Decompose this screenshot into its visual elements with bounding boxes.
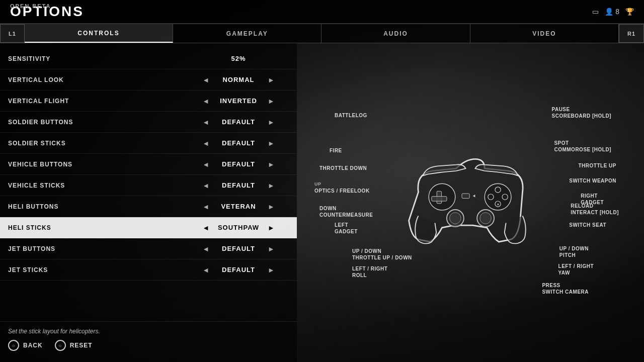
setting-label-soldier-buttons: SOLDIER BUTTONS: [8, 119, 188, 126]
setting-row-jet-sticks[interactable]: JET STICKS ◄ DEFAULT ►: [0, 259, 297, 281]
arrow-left-soldier-sticks[interactable]: ◄: [202, 139, 209, 147]
arrow-left-vehicle-sticks[interactable]: ◄: [202, 182, 209, 190]
setting-row-vehicle-buttons[interactable]: VEHICLE BUTTONS ◄ DEFAULT ►: [0, 154, 297, 175]
tab-video[interactable]: VIDEO: [470, 24, 619, 43]
arrow-right-soldier-sticks[interactable]: ►: [268, 139, 275, 147]
setting-row-vertical-look[interactable]: VERTICAL LOOK ◄ NORMAL ►: [0, 69, 297, 90]
footer: Set the stick layout for helicopters. ○ …: [0, 321, 297, 357]
tab-l1-trigger[interactable]: L1: [0, 24, 25, 43]
arrow-right-heli-sticks[interactable]: ►: [268, 224, 275, 232]
label-throttle-up: THROTTLE UP: [579, 162, 617, 169]
arrow-left-vertical-flight[interactable]: ◄: [202, 97, 209, 105]
setting-control-sensitivity: 52%: [188, 55, 289, 62]
label-left-right-roll: Left / Right ROLL: [352, 265, 387, 279]
setting-value-heli-buttons: VETERAN: [213, 203, 264, 210]
label-left-right-yaw: Left / Right YAW: [558, 263, 594, 276]
arrow-right-heli-buttons[interactable]: ►: [268, 203, 275, 211]
arrow-right-vertical-look[interactable]: ►: [268, 76, 275, 84]
setting-control-jet-buttons: ◄ DEFAULT ►: [188, 245, 289, 253]
setting-value-soldier-sticks: DEFAULT: [213, 139, 264, 147]
setting-value-heli-sticks: SOUTHPAW: [213, 224, 264, 231]
arrow-right-vehicle-sticks[interactable]: ►: [268, 182, 275, 190]
setting-row-heli-buttons[interactable]: HELI BUTTONS ◄ VETERAN ►: [0, 196, 297, 217]
header-icons: ▭ 👤 8 🏆: [592, 8, 634, 16]
svg-point-12: [450, 213, 461, 224]
arrow-right-vertical-flight[interactable]: ►: [268, 97, 275, 105]
left-panel: SENSITIVITY 52% VERTICAL LOOK ◄ NORMAL ►: [0, 43, 297, 362]
tab-r1-trigger[interactable]: R1: [619, 24, 644, 43]
tab-gameplay[interactable]: GAMEPLAY: [173, 24, 321, 43]
setting-row-soldier-sticks[interactable]: SOLDIER STICKS ◄ DEFAULT ►: [0, 133, 297, 154]
tabs-bar: L1 CONTROLS GAMEPLAY AUDIO VIDEO R1: [0, 24, 644, 43]
back-button[interactable]: ○ BACK: [8, 340, 43, 351]
setting-label-jet-sticks: JET STICKS: [8, 266, 188, 274]
header: OPTIONS ▭ 👤 8 🏆: [0, 0, 644, 24]
svg-rect-2: [432, 197, 447, 201]
back-label: BACK: [23, 342, 43, 349]
label-switch-camera: Press SWITCH CAMERA: [542, 282, 589, 295]
setting-value-vertical-look: NORMAL: [213, 76, 264, 83]
label-optics-freelook: Up OPTICS / FREELOOK: [314, 182, 370, 194]
setting-value-vertical-flight: INVERTED: [213, 97, 264, 105]
setting-label-vertical-flight: VERTICAL FLIGHT: [8, 98, 188, 105]
setting-value-sensitivity: 52%: [213, 55, 264, 62]
arrow-right-soldier-buttons[interactable]: ►: [268, 118, 275, 126]
label-up-down-pitch: Up / Down PITCH: [559, 245, 589, 258]
label-reload-interact: RELOAD INTERACT [HOLD]: [571, 203, 619, 216]
setting-label-heli-sticks: HELI STICKS: [8, 224, 188, 231]
main-content: SENSITIVITY 52% VERTICAL LOOK ◄ NORMAL ►: [0, 43, 644, 362]
arrow-left-jet-buttons[interactable]: ◄: [202, 245, 209, 253]
setting-row-jet-buttons[interactable]: JET BUTTONS ◄ DEFAULT ►: [0, 238, 297, 259]
setting-control-heli-sticks: ◄ SOUTHPAW ►: [188, 224, 289, 232]
back-icon: ○: [8, 340, 19, 351]
setting-control-vehicle-sticks: ◄ DEFAULT ►: [188, 182, 289, 190]
label-spot-commorose: SPOT COMMOROSE [HOLD]: [554, 140, 611, 153]
controller-svg-wrapper: ×: [390, 141, 551, 264]
arrow-left-jet-sticks[interactable]: ◄: [202, 266, 209, 274]
arrow-left-vertical-look[interactable]: ◄: [202, 76, 209, 84]
help-text: Set the stick layout for helicopters.: [8, 328, 289, 335]
arrow-right-jet-buttons[interactable]: ►: [268, 245, 275, 253]
label-left-gadget: Left GADGET: [335, 222, 358, 235]
label-pause-scoreboard: PAUSE SCOREBOARD [HOLD]: [552, 106, 612, 119]
battery-icon: ▭: [592, 8, 599, 16]
controller-svg: ×: [390, 141, 551, 262]
tab-controls[interactable]: CONTROLS: [25, 24, 173, 43]
setting-label-vertical-look: VERTICAL LOOK: [8, 76, 188, 83]
setting-value-vehicle-buttons: DEFAULT: [213, 160, 264, 168]
setting-label-vehicle-sticks: VEHICLE STICKS: [8, 182, 188, 189]
setting-row-sensitivity[interactable]: SENSITIVITY 52%: [0, 48, 297, 69]
arrow-left-heli-sticks[interactable]: ◄: [202, 224, 209, 232]
setting-row-heli-sticks[interactable]: HELI STICKS ◄ SOUTHPAW ►: [0, 217, 297, 238]
right-panel: ×: [297, 43, 644, 362]
open-beta-badge: OPEN BETA: [10, 3, 51, 9]
setting-row-vertical-flight[interactable]: VERTICAL FLIGHT ◄ INVERTED ►: [0, 90, 297, 112]
arrow-right-vehicle-buttons[interactable]: ►: [268, 160, 275, 168]
tab-audio[interactable]: AUDIO: [321, 24, 470, 43]
setting-control-vertical-look: ◄ NORMAL ►: [188, 76, 289, 84]
setting-control-jet-sticks: ◄ DEFAULT ►: [188, 266, 289, 274]
label-battlelog: BATTLELOG: [335, 112, 367, 119]
footer-buttons: ○ BACK ○ RESET: [8, 340, 289, 351]
setting-value-jet-sticks: DEFAULT: [213, 266, 264, 274]
arrow-left-vehicle-buttons[interactable]: ◄: [202, 160, 209, 168]
arrow-right-jet-sticks[interactable]: ►: [268, 266, 275, 274]
setting-row-soldier-buttons[interactable]: SOLDIER BUTTONS ◄ DEFAULT ►: [0, 112, 297, 133]
setting-label-heli-buttons: HELI BUTTONS: [8, 203, 188, 210]
svg-point-14: [480, 213, 492, 224]
label-throttle-up-down: Up / Down THROTTLE UP / DOWN: [352, 248, 412, 261]
label-switch-seat: SWITCH SEAT: [569, 222, 606, 228]
arrow-left-heli-buttons[interactable]: ◄: [202, 203, 209, 211]
setting-label-soldier-sticks: SOLDIER STICKS: [8, 140, 188, 147]
setting-control-soldier-sticks: ◄ DEFAULT ►: [188, 139, 289, 147]
arrow-left-soldier-buttons[interactable]: ◄: [202, 118, 209, 126]
label-fire: FIRE: [330, 147, 342, 154]
setting-row-vehicle-sticks[interactable]: VEHICLE STICKS ◄ DEFAULT ►: [0, 175, 297, 196]
reset-button[interactable]: ○ RESET: [55, 340, 93, 351]
setting-control-soldier-buttons: ◄ DEFAULT ►: [188, 118, 289, 126]
setting-label-vehicle-buttons: VEHICLE BUTTONS: [8, 161, 188, 168]
reset-icon: ○: [55, 340, 66, 351]
setting-value-vehicle-sticks: DEFAULT: [213, 182, 264, 189]
svg-rect-9: [462, 194, 469, 198]
label-throttle-down: THROTTLE DOWN: [319, 165, 367, 171]
